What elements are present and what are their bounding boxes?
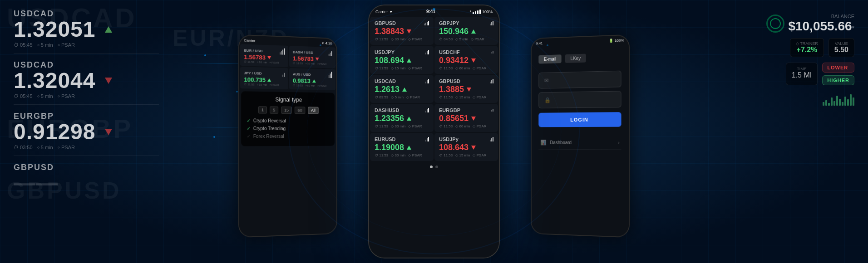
tab-lkey[interactable]: LKey <box>565 54 586 63</box>
lower-button[interactable]: LOWER <box>822 63 854 73</box>
check-icon-2: ✓ <box>247 126 250 131</box>
pair-name: EUR / USD <box>244 48 262 53</box>
right-battery-icon: 🔋 <box>609 39 613 43</box>
stat-box-2: VALUE 5.50 <box>829 38 854 57</box>
pair-meta: ⏱ 11:53◇ 30 min◇ PSAR <box>375 153 429 157</box>
signal-item-forex-reversal: ✓ Forex Reversal <box>247 134 329 139</box>
price-arrow-up <box>407 146 411 150</box>
wifi-icon: ▾ <box>390 10 392 14</box>
pair-price: 1.2613 <box>375 85 429 94</box>
pair-meta: ⏱ 11:53◇ 15 min◇ PSAR <box>439 153 493 157</box>
bar <box>833 101 835 106</box>
phone-left-screen: Carrier ▾ 4:10 EUR / USD <box>239 35 336 237</box>
login-tabs: E-mail LKey <box>538 53 621 63</box>
stat-label-2: VALUE <box>834 41 848 46</box>
pair-price: 1.38843 <box>375 27 429 36</box>
left-time: 4:10 <box>325 41 332 45</box>
right-battery-label: 100% <box>615 38 624 43</box>
price-arrow-down <box>471 146 476 150</box>
pair-name-eurusd: EURUSD <box>375 136 429 142</box>
ticker-meta: ⏱ 05:45 ◇ 5 min ◇ PSAR <box>14 42 159 48</box>
stat-box-1: ◇ TRAINER +7.2% <box>790 38 824 57</box>
stats-row: ◇ TRAINER +7.2% VALUE 5.50 <box>718 38 854 57</box>
pair-meta: ⏱ 04:53◇ 5 min◇ PSAR <box>439 37 493 41</box>
pair-meta: ⏱ 11:53◇ 60 min◇ PSAR <box>439 124 493 128</box>
pair-name-gbpusd: GBPUSD <box>375 20 429 26</box>
signal-type-title: Signal type <box>247 96 329 104</box>
battery-label: 100% <box>482 10 493 14</box>
uncheck-icon: ✓ <box>247 134 250 139</box>
dot-inactive <box>435 166 438 168</box>
filter-btn-60[interactable]: 60 <box>295 107 306 114</box>
filter-btn-all[interactable]: All <box>308 107 318 114</box>
pair-name-gbpusd2: GBPUSD <box>439 78 493 84</box>
pair-name: JPY / USD <box>244 71 261 75</box>
ticker-eurgbp: EURGBP 0.91298 ⏱ 03:50 ◇ 5 min ◇ PSAR <box>14 112 159 156</box>
right-stats-panel: BALANCE $10,055.66* ◇ TRAINER +7.2% VALU… <box>718 14 854 106</box>
pair-meta: ⏱ 11:53 ◇ 15 min ◇ PSAR <box>244 83 285 87</box>
pair-meta: ⏱ 11:53 ◇ 30 min ◇ PSAR <box>293 62 332 65</box>
signal-label-2: Crypto Trending <box>253 126 286 131</box>
list-item: GBPJPY 150.946 ⏱ 04:53◇ 5 min◇ PSAR <box>434 17 498 45</box>
login-button[interactable]: LOGIN <box>538 112 621 127</box>
ticker-price: 1.32051 <box>14 19 96 40</box>
bar <box>828 103 830 106</box>
pair-meta: ⏱ 11:53◇ 30 min◇ PSAR <box>375 124 429 128</box>
list-item: GBPUSD 1.38843 ⏱ 11:53◇ 30 min◇ P <box>370 17 434 45</box>
pair-meta: ⏱ 11:53 ◇ 60 min ◇ PSAR <box>293 84 332 88</box>
pair-price: 0.93412 <box>439 56 493 65</box>
mini-chart-container <box>718 92 854 106</box>
price-arrow-up <box>407 117 411 121</box>
filter-btn-5[interactable]: 5 <box>270 107 278 114</box>
bar <box>823 102 824 106</box>
ticker-price-4: —— <box>14 172 58 194</box>
left-pairs-grid: EUR / USD 1.56783 ⏱ 11:53 ◇ 30 min ◇ PSA… <box>239 43 336 91</box>
phone-main-screen: Carrier ▾ 9:41 * 100% <box>369 5 499 258</box>
dashboard-item[interactable]: 📊 Dashboard › <box>538 136 621 150</box>
bar <box>831 97 833 106</box>
main-time: 9:41 <box>426 9 435 14</box>
email-icon: ✉ <box>544 78 549 84</box>
tab-email[interactable]: E-mail <box>538 54 562 63</box>
list-item: EURUSD 1.19008 ⏱ 11:53◇ 30 min◇ PSAR <box>370 133 434 161</box>
higher-lower-row: TIME 1.5 MI LOWER HIGHER <box>718 63 854 85</box>
list-item: DASHUSD 1.23356 ⏱ 11:53◇ 30 min◇ PSAR <box>370 104 434 132</box>
higher-button[interactable]: HIGHER <box>822 75 854 85</box>
pair-name-usdcad: USDCAD <box>375 78 429 84</box>
price-arrow-up <box>407 58 411 63</box>
login-panel: E-mail LKey ✉ 🔒 LOGIN <box>532 43 629 159</box>
bar <box>839 99 841 106</box>
pair-price: 1.56783 <box>244 54 266 61</box>
balance-value: $10,055.66* <box>788 19 854 34</box>
ticker-divider-2 <box>14 104 159 105</box>
filter-btn-15[interactable]: 15 <box>281 107 292 114</box>
chart-icon: 📊 <box>540 140 546 146</box>
list-item: DASH / USD 1.56783 ⏱ 11:53 ◇ 30 min ◇ PS… <box>289 46 335 68</box>
signal-type-panel: Signal type 1 5 15 60 All ✓ Crypto Rever… <box>241 91 335 146</box>
page-dots <box>369 162 499 172</box>
pair-meta: ⏱ 11:53◇ 60 min◇ PSAR <box>439 66 493 70</box>
pair-price: 0.85651 <box>439 114 493 123</box>
signal-bars <box>473 10 481 14</box>
mini-chart <box>823 92 854 106</box>
phone-right-screen: 9:41 🔋 100% E-mail LKey ✉ <box>532 35 629 237</box>
list-item: USDCAD 1.2613 ⏱ 03:53◇ 5 min◇ PSAR <box>370 75 434 103</box>
pair-price: 1.19008 <box>375 143 429 152</box>
ticker-arrow-down-2 <box>105 78 112 84</box>
balance-section: BALANCE $10,055.66* <box>718 14 854 34</box>
left-ticker-panel: USDCAD 1.32051 ⏱ 05:45 ◇ 5 min ◇ PSAR US… <box>14 9 159 194</box>
pair-name-usdchf: USDCHF <box>439 49 493 55</box>
pair-price: 100.735 <box>244 76 266 83</box>
gauge-icon <box>766 15 784 33</box>
ticker-usdcad-2: USDCAD 1.32044 ⏱ 05:45 ◇ 5 min ◇ PSAR <box>14 60 159 105</box>
ticker-divider-3 <box>14 156 159 156</box>
list-item: USDCHF 0.93412 ⏱ 11:53◇ 60 min◇ PSAR <box>434 46 498 74</box>
list-item: JPY / USD 100.735 ⏱ 11:53 ◇ 15 min ◇ PSA… <box>240 67 288 89</box>
bar <box>842 102 843 106</box>
pair-name-usdjpy: USDJPY <box>375 49 429 55</box>
phone-right: 9:41 🔋 100% E-mail LKey ✉ <box>531 34 630 238</box>
bar <box>825 100 827 106</box>
filter-btn-1[interactable]: 1 <box>258 106 267 113</box>
action-buttons: LOWER HIGHER <box>822 63 854 85</box>
dot-active <box>430 166 433 168</box>
